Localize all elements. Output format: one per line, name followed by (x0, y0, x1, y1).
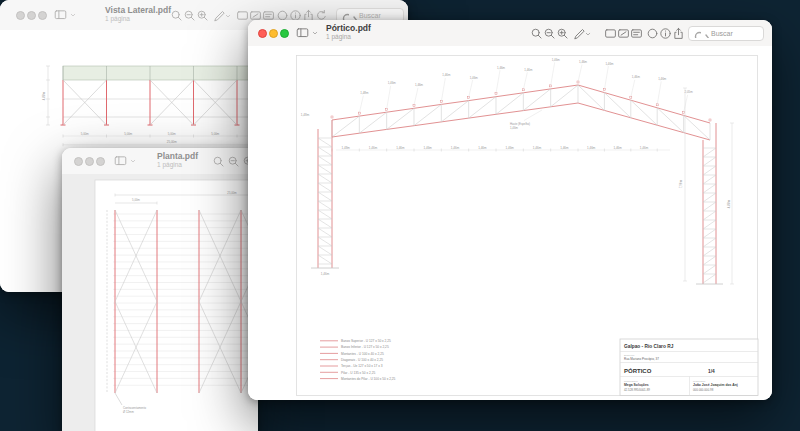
close-button[interactable] (74, 157, 83, 166)
dim-label: 1,46m (658, 77, 667, 81)
search-placeholder: Buscar (359, 12, 381, 19)
window-title-group: Planta.pdf 1 página (157, 151, 198, 168)
minimize-button[interactable] (269, 29, 278, 38)
zoom-in-icon[interactable] (556, 27, 569, 40)
zoom-to-fit-icon[interactable] (212, 155, 225, 168)
zoom-button[interactable] (96, 157, 105, 166)
zoom-to-fit-icon[interactable] (530, 27, 543, 40)
bracing-note-line2: Ø 12mm (123, 410, 134, 414)
sidebar-icon[interactable] (54, 8, 67, 21)
titleblock-sheet-title: PÓRTICO (624, 367, 652, 374)
legend: Banzo Superior - U 127 x 50 x 2,25Banzo … (320, 339, 396, 381)
window-title: Pórtico.pdf (326, 23, 371, 33)
minimize-button[interactable] (85, 157, 94, 166)
planta-geometry (62, 174, 258, 431)
sidebar-icon[interactable] (296, 26, 309, 39)
planta-drawing: 25,00m 5,00m Contraventamento Ø 12mm (62, 174, 258, 431)
dim-label: 1,46m (605, 62, 614, 66)
dim-label: 1,46m (423, 146, 432, 150)
dim-label: 5,00m (81, 132, 90, 136)
dim-label: 1,46m (505, 146, 514, 150)
dim-label: 1,46m (369, 146, 378, 150)
search-icon (693, 30, 701, 38)
title-block: Galpao - Rio Claro RJ Endereço Rua Maria… (620, 339, 758, 396)
dim-bay-label: 5,00m (132, 198, 140, 202)
dim-right-outer: 7,90m (679, 179, 683, 188)
window-portico[interactable]: Pórtico.pdf 1 página Buscar 1,48m1,46m1,… (248, 20, 772, 400)
sidebar-icon[interactable] (114, 154, 127, 167)
chevron-down-icon[interactable] (224, 12, 232, 20)
highlight-circle-icon[interactable] (646, 27, 659, 40)
legend-item: Terças - Ue 127 x 50 x 17 x 3 (341, 364, 383, 368)
titlebar-portico[interactable]: Pórtico.pdf 1 página Buscar (248, 20, 772, 47)
dim-label: 1,46m (470, 76, 479, 80)
note-leader (524, 110, 542, 121)
titleblock-owner-label: Proprietário (693, 380, 706, 383)
info-icon[interactable] (659, 27, 672, 40)
crop-icon[interactable] (604, 27, 617, 40)
minimize-button[interactable] (27, 11, 36, 20)
titlebar-planta[interactable]: Planta.pdf 1 página (62, 148, 258, 175)
titleblock-sheet-number: 1/4 (708, 369, 715, 374)
window-subtitle: 1 página (105, 15, 171, 22)
chevron-down-icon[interactable] (69, 11, 77, 19)
text-box-icon[interactable] (630, 27, 643, 40)
dim-label: 1,48m (360, 91, 369, 95)
titleblock-owner-doc: 000.000.000-98 (693, 388, 714, 392)
legend-item: Montantes - U 100 x 40 x 2,25 (341, 352, 384, 356)
search-placeholder: Buscar (711, 30, 733, 37)
legend-item: Banzo Superior - U 127 x 50 x 2,25 (341, 339, 391, 343)
share-icon[interactable] (672, 27, 685, 40)
portico-drawing: 1,48m1,46m1,46m1,46m1,46m1,46m1,46m1,46m… (248, 46, 772, 400)
close-button[interactable] (258, 29, 267, 38)
purlin-tick (331, 116, 333, 118)
legend-item: Diagonais - U 100 x 40 x 2,25 (341, 358, 383, 362)
purlin-tick (709, 119, 711, 121)
dim-label: 5,00m (211, 132, 220, 136)
chevron-down-icon[interactable] (584, 30, 592, 38)
desktop-background: Vista Lateral.pdf 1 página Buscar 5, (0, 0, 800, 431)
dim-right-inner: 4,88m (727, 199, 731, 208)
crop-icon[interactable] (236, 9, 249, 22)
zoom-out-icon[interactable] (227, 155, 240, 168)
dim-label: 1,46m (587, 146, 596, 150)
titleblock-company-label: Responsável (624, 380, 638, 383)
dim-left-top: 1,48m (301, 113, 310, 117)
dim-label: 1,46m (613, 146, 622, 150)
zoom-button[interactable] (38, 11, 47, 20)
pdf-page-portico[interactable]: 1,48m1,46m1,46m1,46m1,46m1,46m1,46m1,46m… (248, 46, 772, 400)
dim-label: 1,46m (632, 75, 641, 79)
close-button[interactable] (16, 11, 25, 20)
dim-label: 1,46m (478, 146, 487, 150)
zoom-button[interactable] (280, 29, 289, 38)
dim-height-label: 4,88m (42, 91, 46, 100)
markup-box-icon[interactable] (617, 27, 630, 40)
legend-item: Banzo Inferior - U 127 x 50 x 2,25 (341, 345, 389, 349)
search-input[interactable]: Buscar (688, 26, 764, 41)
zoom-to-fit-icon[interactable] (170, 9, 183, 22)
zoom-out-icon[interactable] (543, 27, 556, 40)
pdf-page-planta[interactable]: 25,00m 5,00m Contraventamento Ø 12mm (62, 174, 258, 431)
search-icon (341, 12, 349, 20)
dim-label: 1,46m (388, 81, 397, 85)
top-chord (332, 85, 710, 123)
dim-label: 5,00m (168, 132, 177, 136)
titleblock-address: Rua Mariano Procópio, 37 (624, 357, 659, 361)
dim-label: 1,46m (560, 146, 569, 150)
dim-label: 1,46m (640, 146, 649, 150)
zoom-in-icon[interactable] (196, 9, 209, 22)
chevron-down-icon[interactable] (311, 29, 319, 37)
pdf-page (95, 180, 258, 431)
titleblock-owner: João José Joaquim dos Anj (693, 383, 738, 387)
zoom-out-icon[interactable] (183, 9, 196, 22)
window-subtitle: 1 página (157, 161, 198, 168)
titleblock-company: Mega Soluções (624, 383, 649, 387)
dim-label: 1,46m (533, 146, 542, 150)
titleblock-project: Galpao - Rio Claro RJ (624, 344, 674, 349)
dim-label: 1,46m (579, 60, 588, 64)
window-planta[interactable]: Planta.pdf 1 página 25,00m 5,00m Contrav… (62, 148, 258, 431)
chevron-down-icon[interactable] (129, 157, 137, 165)
dim-label: 2,05m (685, 90, 694, 94)
dim-base: 1,46m (321, 272, 330, 276)
dim-label: 1,46m (524, 68, 533, 72)
